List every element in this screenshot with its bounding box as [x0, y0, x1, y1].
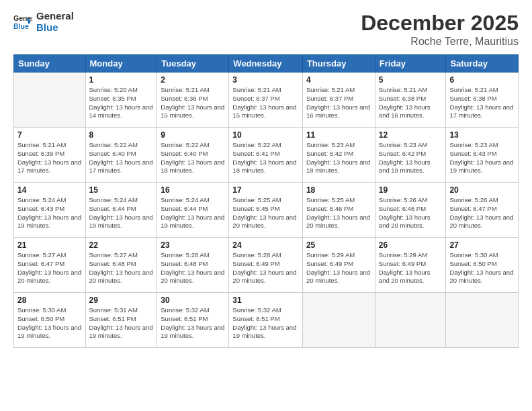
day-number: 6 — [449, 75, 515, 85]
calendar-cell: 31Sunrise: 5:32 AMSunset: 6:51 PMDayligh… — [229, 293, 303, 348]
calendar-day-header: Wednesday — [229, 55, 303, 73]
day-number: 2 — [161, 75, 225, 85]
main-title: December 2025 — [361, 11, 519, 36]
calendar-table: SundayMondayTuesdayWednesdayThursdayFrid… — [13, 54, 519, 348]
day-info: Sunrise: 5:26 AMSunset: 6:47 PMDaylight:… — [449, 196, 515, 230]
day-info: Sunrise: 5:21 AMSunset: 6:38 PMDaylight:… — [449, 86, 515, 120]
day-number: 27 — [449, 240, 515, 250]
day-number: 13 — [449, 130, 515, 140]
day-number: 15 — [89, 185, 154, 195]
calendar-cell: 12Sunrise: 5:23 AMSunset: 6:42 PMDayligh… — [375, 128, 446, 183]
calendar-cell: 26Sunrise: 5:29 AMSunset: 6:49 PMDayligh… — [375, 238, 446, 293]
day-number: 26 — [379, 240, 443, 250]
calendar-day-header: Friday — [375, 55, 446, 73]
day-number: 3 — [232, 75, 299, 85]
day-number: 22 — [89, 240, 154, 250]
day-info: Sunrise: 5:24 AMSunset: 6:43 PMDaylight:… — [17, 196, 82, 230]
day-number: 9 — [161, 130, 225, 140]
calendar-cell: 1Sunrise: 5:20 AMSunset: 6:35 PMDaylight… — [85, 73, 157, 128]
day-number: 31 — [232, 295, 299, 305]
day-number: 11 — [306, 130, 371, 140]
calendar-cell: 7Sunrise: 5:21 AMSunset: 6:39 PMDaylight… — [14, 128, 86, 183]
day-info: Sunrise: 5:22 AMSunset: 6:40 PMDaylight:… — [161, 141, 225, 175]
calendar-cell — [302, 293, 375, 348]
day-info: Sunrise: 5:21 AMSunset: 6:36 PMDaylight:… — [161, 86, 225, 120]
logo-line2: Blue — [36, 22, 58, 34]
calendar-cell: 17Sunrise: 5:25 AMSunset: 6:45 PMDayligh… — [229, 183, 303, 238]
day-number: 24 — [232, 240, 299, 250]
day-number: 28 — [17, 295, 82, 305]
day-info: Sunrise: 5:20 AMSunset: 6:35 PMDaylight:… — [89, 86, 154, 120]
calendar-cell: 10Sunrise: 5:22 AMSunset: 6:41 PMDayligh… — [229, 128, 303, 183]
day-info: Sunrise: 5:32 AMSunset: 6:51 PMDaylight:… — [232, 306, 299, 340]
calendar-week-row: 7Sunrise: 5:21 AMSunset: 6:39 PMDaylight… — [14, 128, 519, 183]
day-number: 12 — [379, 130, 443, 140]
day-number: 17 — [232, 185, 299, 195]
day-info: Sunrise: 5:30 AMSunset: 6:50 PMDaylight:… — [449, 251, 515, 285]
calendar-cell: 21Sunrise: 5:27 AMSunset: 6:47 PMDayligh… — [14, 238, 86, 293]
day-info: Sunrise: 5:22 AMSunset: 6:41 PMDaylight:… — [232, 141, 299, 175]
calendar-week-row: 1Sunrise: 5:20 AMSunset: 6:35 PMDaylight… — [14, 73, 519, 128]
day-info: Sunrise: 5:30 AMSunset: 6:50 PMDaylight:… — [17, 306, 82, 340]
day-info: Sunrise: 5:23 AMSunset: 6:43 PMDaylight:… — [449, 141, 515, 175]
calendar-cell: 22Sunrise: 5:27 AMSunset: 6:48 PMDayligh… — [85, 238, 157, 293]
day-number: 1 — [89, 75, 154, 85]
calendar-cell: 23Sunrise: 5:28 AMSunset: 6:48 PMDayligh… — [157, 238, 229, 293]
day-info: Sunrise: 5:21 AMSunset: 6:37 PMDaylight:… — [232, 86, 299, 120]
logo: General Blue General Blue — [13, 11, 74, 33]
calendar-day-header: Sunday — [14, 55, 86, 73]
calendar-day-header: Saturday — [446, 55, 519, 73]
day-number: 14 — [17, 185, 82, 195]
calendar-week-row: 21Sunrise: 5:27 AMSunset: 6:47 PMDayligh… — [14, 238, 519, 293]
day-number: 7 — [17, 130, 82, 140]
subtitle: Roche Terre, Mauritius — [361, 36, 519, 48]
calendar-day-header: Monday — [85, 55, 157, 73]
day-info: Sunrise: 5:23 AMSunset: 6:42 PMDaylight:… — [306, 141, 371, 175]
calendar-cell: 15Sunrise: 5:24 AMSunset: 6:44 PMDayligh… — [85, 183, 157, 238]
calendar-cell: 30Sunrise: 5:32 AMSunset: 6:51 PMDayligh… — [157, 293, 229, 348]
calendar-cell: 29Sunrise: 5:31 AMSunset: 6:51 PMDayligh… — [85, 293, 157, 348]
calendar-cell: 2Sunrise: 5:21 AMSunset: 6:36 PMDaylight… — [157, 73, 229, 128]
calendar-cell: 6Sunrise: 5:21 AMSunset: 6:38 PMDaylight… — [446, 73, 519, 128]
day-number: 10 — [232, 130, 299, 140]
calendar-cell: 16Sunrise: 5:24 AMSunset: 6:44 PMDayligh… — [157, 183, 229, 238]
day-info: Sunrise: 5:23 AMSunset: 6:42 PMDaylight:… — [379, 141, 443, 175]
calendar-week-row: 14Sunrise: 5:24 AMSunset: 6:43 PMDayligh… — [14, 183, 519, 238]
calendar-cell: 27Sunrise: 5:30 AMSunset: 6:50 PMDayligh… — [446, 238, 519, 293]
calendar-week-row: 28Sunrise: 5:30 AMSunset: 6:50 PMDayligh… — [14, 293, 519, 348]
day-number: 25 — [306, 240, 371, 250]
calendar-cell: 24Sunrise: 5:28 AMSunset: 6:49 PMDayligh… — [229, 238, 303, 293]
day-info: Sunrise: 5:28 AMSunset: 6:49 PMDaylight:… — [232, 251, 299, 285]
day-number: 4 — [306, 75, 371, 85]
calendar-day-header: Thursday — [302, 55, 375, 73]
title-block: December 2025 Roche Terre, Mauritius — [361, 11, 519, 48]
logo-icon: General Blue — [13, 13, 32, 32]
calendar-cell: 14Sunrise: 5:24 AMSunset: 6:43 PMDayligh… — [14, 183, 86, 238]
calendar-cell: 4Sunrise: 5:21 AMSunset: 6:37 PMDaylight… — [302, 73, 375, 128]
day-number: 18 — [306, 185, 371, 195]
day-number: 20 — [449, 185, 515, 195]
day-info: Sunrise: 5:21 AMSunset: 6:38 PMDaylight:… — [379, 86, 443, 120]
day-number: 16 — [161, 185, 225, 195]
calendar-cell: 19Sunrise: 5:26 AMSunset: 6:46 PMDayligh… — [375, 183, 446, 238]
calendar-cell: 11Sunrise: 5:23 AMSunset: 6:42 PMDayligh… — [302, 128, 375, 183]
day-info: Sunrise: 5:24 AMSunset: 6:44 PMDaylight:… — [161, 196, 225, 230]
day-number: 8 — [89, 130, 154, 140]
day-info: Sunrise: 5:24 AMSunset: 6:44 PMDaylight:… — [89, 196, 154, 230]
calendar-cell — [446, 293, 519, 348]
calendar-cell: 8Sunrise: 5:22 AMSunset: 6:40 PMDaylight… — [85, 128, 157, 183]
header: General Blue General Blue December 2025 … — [13, 11, 519, 48]
day-info: Sunrise: 5:29 AMSunset: 6:49 PMDaylight:… — [379, 251, 443, 285]
day-info: Sunrise: 5:28 AMSunset: 6:48 PMDaylight:… — [161, 251, 225, 285]
page: General Blue General Blue December 2025 … — [0, 0, 532, 411]
day-info: Sunrise: 5:27 AMSunset: 6:47 PMDaylight:… — [17, 251, 82, 285]
calendar-cell: 9Sunrise: 5:22 AMSunset: 6:40 PMDaylight… — [157, 128, 229, 183]
day-info: Sunrise: 5:29 AMSunset: 6:49 PMDaylight:… — [306, 251, 371, 285]
svg-text:Blue: Blue — [13, 21, 29, 30]
calendar-cell: 3Sunrise: 5:21 AMSunset: 6:37 PMDaylight… — [229, 73, 303, 128]
day-number: 21 — [17, 240, 82, 250]
day-info: Sunrise: 5:27 AMSunset: 6:48 PMDaylight:… — [89, 251, 154, 285]
calendar-cell: 28Sunrise: 5:30 AMSunset: 6:50 PMDayligh… — [14, 293, 86, 348]
day-number: 5 — [379, 75, 443, 85]
calendar-cell: 18Sunrise: 5:25 AMSunset: 6:46 PMDayligh… — [302, 183, 375, 238]
